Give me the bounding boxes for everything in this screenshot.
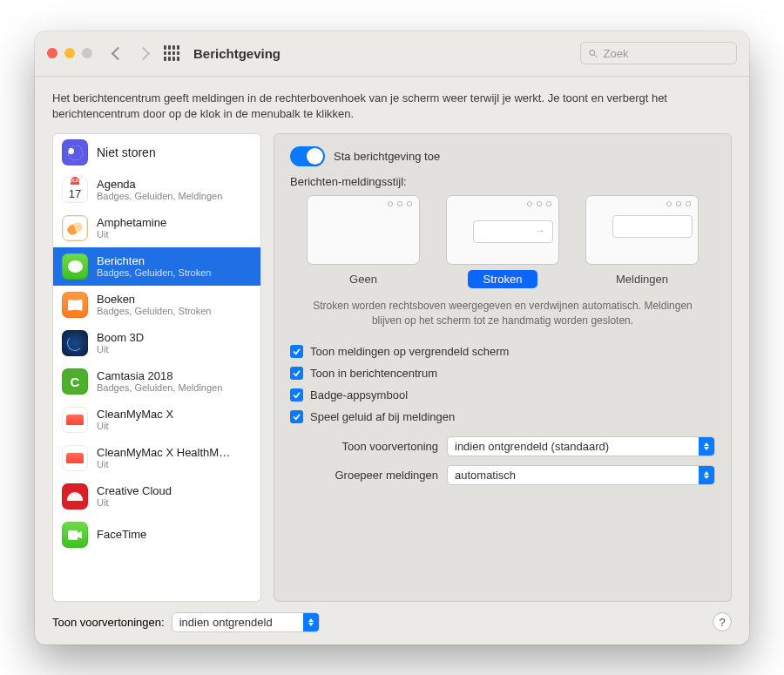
item-label: Creative Cloud bbox=[97, 484, 172, 498]
facetime-icon bbox=[62, 522, 88, 548]
back-button[interactable] bbox=[112, 46, 125, 60]
select-value: indien ontgrendeld bbox=[179, 616, 273, 629]
app-list-scroll[interactable]: Niet storen JUL17 Agenda Badges, Geluide… bbox=[53, 134, 260, 554]
app-item-cleanmymac[interactable]: CleanMyMac X Uit bbox=[53, 401, 260, 439]
item-sub: Badges, Geluiden, Stroken bbox=[97, 306, 211, 317]
footer-preview-select[interactable]: indien ontgrendeld bbox=[172, 612, 320, 632]
item-label: Niet storen bbox=[97, 145, 156, 160]
app-item-boom3d[interactable]: Boom 3D Uit bbox=[53, 324, 260, 362]
toolbar: Berichtgeving bbox=[35, 31, 749, 77]
stepper-icon bbox=[699, 437, 714, 456]
style-thumb-banners bbox=[446, 195, 559, 265]
allow-notifications-toggle[interactable] bbox=[290, 146, 325, 166]
item-sub: Badges, Geluiden, Meldingen bbox=[97, 382, 222, 394]
forward-button[interactable] bbox=[137, 46, 151, 60]
app-item-facetime[interactable]: FaceTime bbox=[53, 516, 260, 554]
checkbox-label: Speel geluid af bij meldingen bbox=[310, 410, 455, 423]
item-label: CleanMyMac X bbox=[97, 408, 173, 422]
style-thumb-alerts bbox=[585, 195, 699, 265]
pane-title: Berichtgeving bbox=[193, 46, 280, 61]
item-label: Boeken bbox=[97, 293, 211, 307]
item-sub: Badges, Geluiden, Meldingen bbox=[97, 191, 222, 202]
zoom-window-button[interactable] bbox=[82, 48, 92, 58]
item-label: Amphetamine bbox=[97, 216, 166, 230]
intro-text: Het berichtencentrum geeft meldingen in … bbox=[52, 91, 732, 124]
alert-style-description: Stroken worden rechtsboven weergegeven e… bbox=[308, 299, 698, 328]
search-icon bbox=[588, 48, 598, 59]
search-field[interactable] bbox=[580, 42, 737, 64]
moon-icon bbox=[62, 139, 88, 165]
alert-style-alerts[interactable]: Meldingen bbox=[585, 195, 699, 288]
stepper-icon bbox=[699, 466, 714, 484]
window-controls bbox=[47, 48, 92, 58]
item-label: FaceTime bbox=[97, 528, 146, 542]
checkbox-label: Badge-appsymbool bbox=[310, 388, 408, 402]
app-item-cleanmymac-health[interactable]: CleanMyMac X HealthM… Uit bbox=[53, 439, 260, 477]
preferences-window: Berichtgeving Het berichtencentrum geeft… bbox=[35, 31, 749, 645]
nav-arrows bbox=[113, 49, 148, 58]
app-item-berichten[interactable]: Berichten Badges, Geluiden, Stroken bbox=[53, 247, 260, 286]
app-item-agenda[interactable]: JUL17 Agenda Badges, Geluiden, Meldingen bbox=[53, 171, 260, 209]
boom3d-icon bbox=[62, 330, 88, 356]
creative-cloud-icon bbox=[62, 483, 88, 510]
content-body: Het berichtencentrum geeft meldingen in … bbox=[35, 77, 749, 645]
show-preview-label: Toon voorvertoning bbox=[290, 440, 438, 453]
item-sub: Uit bbox=[97, 459, 230, 470]
cleanmymac-icon bbox=[62, 407, 88, 433]
sound-checkbox[interactable] bbox=[290, 410, 303, 423]
alert-style-banners[interactable]: Stroken bbox=[446, 195, 559, 288]
search-input[interactable] bbox=[604, 47, 729, 60]
select-value: automatisch bbox=[455, 469, 516, 482]
checkbox-label: Toon in berichtencentrum bbox=[310, 367, 437, 380]
footer: Toon voorvertoningen: indien ontgrendeld… bbox=[52, 602, 732, 632]
notifcenter-checkbox[interactable] bbox=[290, 367, 303, 380]
item-sub: Uit bbox=[97, 344, 144, 355]
group-notifications-label: Groepeer meldingen bbox=[290, 469, 438, 482]
cleanmymac-icon bbox=[62, 445, 88, 471]
svg-line-1 bbox=[594, 54, 597, 57]
svg-point-0 bbox=[590, 50, 595, 55]
show-all-prefs-button[interactable] bbox=[164, 45, 179, 61]
app-item-boeken[interactable]: Boeken Badges, Geluiden, Stroken bbox=[53, 286, 260, 324]
style-caption: Meldingen bbox=[600, 270, 684, 288]
app-item-creative-cloud[interactable]: Creative Cloud Uit bbox=[53, 477, 260, 516]
pill-icon bbox=[62, 215, 88, 241]
item-label: CleanMyMac X HealthM… bbox=[97, 446, 230, 460]
messages-icon bbox=[62, 253, 88, 280]
style-thumb-none bbox=[307, 195, 420, 265]
style-caption: Stroken bbox=[468, 270, 538, 288]
item-label: Agenda bbox=[97, 178, 222, 192]
stepper-icon bbox=[303, 613, 319, 631]
show-preview-select[interactable]: indien ontgrendeld (standaard) bbox=[447, 436, 715, 456]
allow-notifications-label: Sta berichtgeving toe bbox=[334, 150, 440, 163]
close-window-button[interactable] bbox=[47, 48, 57, 58]
alert-style-heading: Berichten-meldingsstijl: bbox=[290, 175, 715, 188]
select-value: indien ontgrendeld (standaard) bbox=[455, 440, 609, 453]
minimize-window-button[interactable] bbox=[64, 48, 75, 58]
lockscreen-checkbox[interactable] bbox=[290, 345, 303, 358]
badge-checkbox[interactable] bbox=[290, 388, 303, 402]
books-icon bbox=[62, 292, 88, 318]
do-not-disturb-item[interactable]: Niet storen bbox=[53, 134, 260, 171]
app-item-camtasia[interactable]: Camtasia 2018 Badges, Geluiden, Meldinge… bbox=[53, 362, 260, 401]
item-sub: Uit bbox=[97, 229, 166, 240]
app-item-amphetamine[interactable]: Amphetamine Uit bbox=[53, 209, 260, 247]
group-notifications-select[interactable]: automatisch bbox=[447, 465, 715, 485]
camtasia-icon bbox=[62, 368, 88, 395]
app-list: Niet storen JUL17 Agenda Badges, Geluide… bbox=[52, 133, 261, 601]
detail-panel: Sta berichtgeving toe Berichten-meldings… bbox=[274, 133, 732, 601]
item-label: Berichten bbox=[97, 254, 211, 268]
footer-label: Toon voorvertoningen: bbox=[52, 616, 165, 629]
help-button[interactable]: ? bbox=[713, 612, 732, 631]
item-sub: Uit bbox=[97, 497, 172, 509]
item-sub: Badges, Geluiden, Stroken bbox=[97, 267, 211, 279]
calendar-icon: JUL17 bbox=[62, 177, 88, 203]
item-label: Boom 3D bbox=[97, 331, 144, 345]
alert-style-none[interactable]: Geen bbox=[307, 195, 420, 288]
checkbox-label: Toon meldingen op vergrendeld scherm bbox=[310, 345, 509, 358]
item-sub: Uit bbox=[97, 421, 173, 432]
item-label: Camtasia 2018 bbox=[97, 369, 222, 383]
style-caption: Geen bbox=[334, 270, 393, 288]
